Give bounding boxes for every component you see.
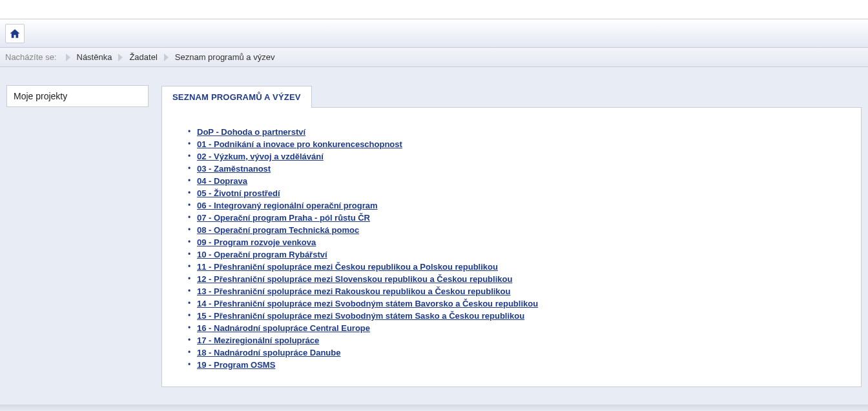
list-item: 15 - Přeshraniční spolupráce mezi Svobod… [188,310,848,322]
nav-bar [0,19,868,48]
program-link[interactable]: 07 - Operační program Praha - pól růstu … [197,213,370,223]
program-link[interactable]: 08 - Operační program Technická pomoc [197,225,359,235]
program-link[interactable]: 13 - Přeshraniční spolupráce mezi Rakous… [197,286,510,296]
list-item: 13 - Přeshraniční spolupráce mezi Rakous… [188,285,848,297]
chevron-right-icon [164,54,169,61]
program-link[interactable]: 06 - Integrovaný regionální operační pro… [197,201,378,210]
program-link[interactable]: 05 - Životní prostředí [197,188,280,198]
breadcrumb-current: Seznam programů a výzev [175,52,275,62]
list-item: 10 - Operační program Rybářství [188,248,848,261]
list-item: 06 - Integrovaný regionální operační pro… [188,199,848,212]
program-link[interactable]: 04 - Doprava [197,176,247,186]
list-item: 03 - Zaměstnanost [188,163,848,175]
program-link[interactable]: 02 - Výzkum, vývoj a vzdělávání [197,152,324,161]
list-item: 11 - Přeshraniční spolupráce mezi Českou… [188,261,848,273]
list-item: 02 - Výzkum, vývoj a vzdělávání [188,150,848,163]
main-content: SEZNAM PROGRAMŮ A VÝZEV DoP - Dohoda o p… [161,85,862,387]
sidebar: Moje projekty [6,85,149,387]
program-link[interactable]: 12 - Přeshraniční spolupráce mezi Sloven… [197,274,512,284]
program-link[interactable]: 15 - Přeshraniční spolupráce mezi Svobod… [197,311,524,321]
program-link[interactable]: 09 - Program rozvoje venkova [197,237,316,247]
program-link[interactable]: 19 - Program OSMS [197,360,275,370]
list-item: 08 - Operační program Technická pomoc [188,224,848,236]
list-item: 04 - Doprava [188,175,848,187]
program-link[interactable]: 16 - Nadnárodní spolupráce Central Europ… [197,323,370,333]
list-item: 05 - Životní prostředí [188,187,848,199]
panel-title: SEZNAM PROGRAMŮ A VÝZEV [161,86,312,108]
list-item: 09 - Program rozvoje venkova [188,236,848,248]
sidebar-item-label: Moje projekty [14,91,67,101]
list-item: 12 - Přeshraniční spolupráce mezi Sloven… [188,273,848,285]
programs-panel: DoP - Dohoda o partnerství01 - Podnikání… [161,107,862,387]
breadcrumb: Nacházíte se: Nástěnka Žadatel Seznam pr… [0,48,868,67]
program-list: DoP - Dohoda o partnerství01 - Podnikání… [188,126,848,371]
chevron-right-icon [118,54,123,61]
breadcrumb-item-nastenka[interactable]: Nástěnka [77,52,112,62]
list-item: 01 - Podnikání a inovace pro konkurences… [188,138,848,150]
list-item: 14 - Přeshraniční spolupráce mezi Svobod… [188,297,848,310]
chevron-right-icon [66,54,70,61]
list-item: 16 - Nadnárodní spolupráce Central Europ… [188,322,848,334]
program-link[interactable]: 11 - Přeshraniční spolupráce mezi Českou… [197,262,498,272]
list-item: 07 - Operační program Praha - pól růstu … [188,212,848,224]
home-button[interactable] [5,24,25,43]
bottom-shadow [0,405,868,411]
program-link[interactable]: 14 - Přeshraniční spolupráce mezi Svobod… [197,299,538,308]
program-link[interactable]: 18 - Nadnárodní spolupráce Danube [197,348,341,357]
program-link[interactable]: 03 - Zaměstnanost [197,164,271,174]
top-header-strip [0,0,868,19]
breadcrumb-item-zadatel[interactable]: Žadatel [129,52,157,62]
breadcrumb-label: Nacházíte se: [5,52,57,62]
page-body: Moje projekty SEZNAM PROGRAMŮ A VÝZEV Do… [0,67,868,394]
sidebar-item-my-projects[interactable]: Moje projekty [6,85,149,107]
list-item: 17 - Meziregionální spolupráce [188,334,848,346]
program-link[interactable]: 01 - Podnikání a inovace pro konkurences… [197,139,402,149]
program-link[interactable]: DoP - Dohoda o partnerství [197,127,305,137]
list-item: 19 - Program OSMS [188,359,848,371]
list-item: 18 - Nadnárodní spolupráce Danube [188,346,848,359]
list-item: DoP - Dohoda o partnerství [188,126,848,138]
program-link[interactable]: 17 - Meziregionální spolupráce [197,336,319,345]
home-icon [9,28,21,39]
program-link[interactable]: 10 - Operační program Rybářství [197,250,327,259]
